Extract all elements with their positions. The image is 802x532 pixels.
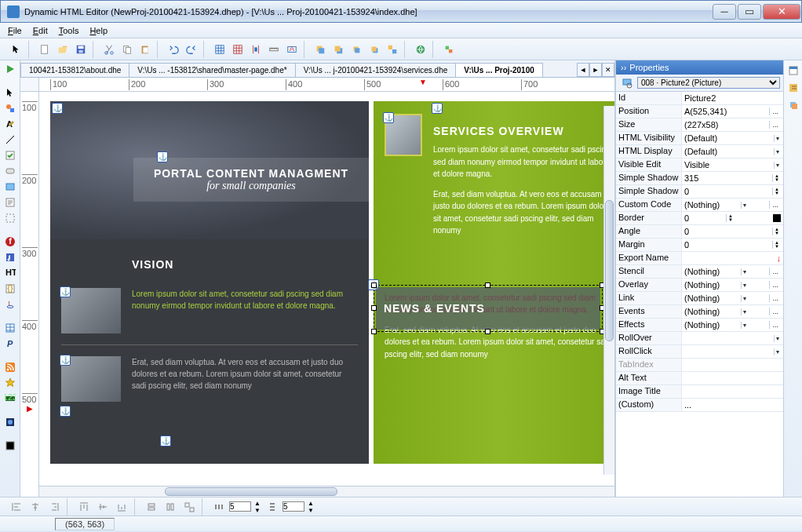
property-row[interactable]: Margin0▲▼	[616, 239, 783, 252]
extras-icon[interactable]	[440, 41, 458, 58]
tab-about[interactable]: 100421-153812\about.dhe	[20, 63, 129, 77]
html-icon[interactable]: HTML	[2, 266, 18, 280]
aspect-icon[interactable]: A	[283, 41, 301, 58]
form-icon[interactable]	[2, 195, 18, 210]
ellipsis-button[interactable]: ...	[769, 281, 781, 289]
property-row[interactable]: Simple Shadow315▲▼	[616, 172, 783, 185]
spinner-icon[interactable]: ▲▼	[772, 241, 781, 249]
hero-image[interactable]: ⚓ ⚓ PORTAL CONTENT MANAGMENT for small c…	[50, 101, 369, 239]
property-value[interactable]: 315▲▼	[682, 172, 783, 184]
property-value[interactable]: 0▲▼	[682, 185, 783, 198]
property-value[interactable]: (Default)▾	[682, 145, 783, 158]
rail-site-icon[interactable]	[786, 81, 801, 95]
ruler-v-marker[interactable]: ▶	[27, 404, 33, 413]
layer-bwd-icon[interactable]	[366, 41, 383, 58]
dropdown-icon[interactable]: ▾	[774, 335, 781, 342]
rail-panel-icon[interactable]	[786, 64, 801, 78]
rulers-icon[interactable]	[265, 41, 283, 58]
vscroll-thumb[interactable]	[605, 200, 614, 341]
new-icon[interactable]	[36, 41, 53, 58]
minimize-button[interactable]: ─	[713, 4, 736, 20]
services-thumb[interactable]: ⚓	[385, 114, 422, 156]
color-swatch[interactable]	[773, 214, 781, 222]
grid-icon[interactable]	[211, 41, 228, 58]
arrow-tool-icon[interactable]	[8, 41, 25, 58]
dropdown-icon[interactable]: ▾	[741, 282, 748, 289]
tab-services[interactable]: V:\Us ... j-20100421-153924\services.dhe	[295, 63, 457, 77]
property-value[interactable]: 0▲▼	[682, 225, 783, 238]
ruler-vertical[interactable]: ▶ 100200300400500	[20, 92, 39, 497]
dropdown-icon[interactable]: ▾	[774, 348, 781, 355]
tab-master[interactable]: V:\Us ... -153812\shared\master-page.dhe…	[129, 63, 295, 77]
menu-tools[interactable]: Tools	[59, 26, 79, 35]
text-icon[interactable]: A	[2, 117, 18, 131]
spin-icon[interactable]: ▲▼	[306, 500, 315, 514]
align-middle-icon[interactable]	[94, 498, 111, 516]
spacing-h-input[interactable]	[229, 501, 251, 512]
property-value[interactable]	[682, 359, 783, 371]
shapes-icon[interactable]	[2, 101, 18, 115]
selected-picture2[interactable]: ⚓ NEWS & EVENTS	[374, 285, 603, 332]
distribute-v-icon[interactable]	[264, 498, 281, 516]
object-icon[interactable]	[2, 415, 18, 429]
menu-help[interactable]: Help	[89, 26, 108, 35]
ellipsis-button[interactable]: ...	[769, 308, 781, 315]
dropdown-icon[interactable]: ▾	[741, 308, 748, 315]
paste-icon[interactable]	[137, 41, 154, 58]
resize-handle-s[interactable]	[485, 329, 490, 334]
tab-close-icon[interactable]: ✕	[602, 63, 614, 77]
property-row[interactable]: (Custom)...	[616, 399, 783, 412]
property-row[interactable]: Angle0▲▼	[616, 225, 783, 239]
hscroll-thumb[interactable]	[165, 487, 337, 496]
rail-layers-icon[interactable]	[786, 98, 801, 112]
property-row[interactable]: RollOver▾	[616, 332, 783, 345]
canvas-hscroll[interactable]	[39, 486, 614, 497]
ellipsis-button[interactable]: ...	[769, 268, 781, 275]
property-row[interactable]: Size(227x58)...	[616, 118, 783, 132]
dropdown-icon[interactable]: ▾	[774, 135, 781, 142]
property-value[interactable]: 0▲▼	[682, 239, 783, 251]
script-icon[interactable]: {}	[2, 282, 18, 296]
property-value[interactable]: ...	[682, 399, 783, 411]
guides-icon[interactable]	[247, 41, 264, 58]
dropdown-icon[interactable]: ▾	[774, 148, 781, 155]
same-size-icon[interactable]	[180, 498, 198, 516]
star-icon[interactable]	[2, 376, 18, 390]
java-icon[interactable]	[2, 297, 18, 312]
ellipsis-button[interactable]: ...	[769, 294, 781, 302]
property-value[interactable]: (Nothing)▾...	[682, 265, 783, 278]
property-row[interactable]: RollClick▾	[616, 345, 783, 359]
property-row[interactable]: Border0▲▼	[616, 212, 783, 225]
rectangle-icon[interactable]	[2, 180, 18, 194]
ellipsis-button[interactable]: ...	[769, 121, 781, 129]
property-row[interactable]: Alt Text	[616, 372, 783, 385]
property-value[interactable]: ↓	[682, 252, 783, 264]
layer-front-icon[interactable]	[312, 41, 329, 58]
property-row[interactable]: Custom Code(Nothing)▾...	[616, 199, 783, 212]
property-row[interactable]: Link(Nothing)▾...	[616, 292, 783, 305]
property-value[interactable]: Picture2	[682, 92, 783, 104]
property-row[interactable]: HTML Display(Default)▾	[616, 145, 783, 159]
menu-edit[interactable]: Edit	[33, 26, 48, 35]
layer-group-icon[interactable]	[384, 41, 401, 58]
undo-icon[interactable]	[165, 41, 182, 58]
ruler-horizontal[interactable]: ▼ 100200300400500600700	[39, 78, 614, 92]
layer-back-icon[interactable]	[330, 41, 347, 58]
same-width-icon[interactable]	[143, 498, 160, 516]
counter-icon[interactable]: 123	[2, 392, 18, 406]
dropdown-icon[interactable]: ▾	[741, 268, 748, 275]
property-row[interactable]: Events(Nothing)▾...	[616, 305, 783, 319]
tab-next-icon[interactable]: ►	[589, 63, 602, 77]
property-value[interactable]: (Nothing)▾...	[682, 319, 783, 331]
checkbox-icon[interactable]	[2, 148, 18, 162]
align-center-icon[interactable]	[27, 498, 44, 516]
align-bottom-icon[interactable]	[113, 498, 130, 516]
align-top-icon[interactable]	[75, 498, 93, 516]
button-icon[interactable]	[2, 164, 18, 178]
vision-thumb-2[interactable]: ⚓	[61, 356, 121, 402]
property-value[interactable]: (Nothing)▾...	[682, 279, 783, 291]
property-value[interactable]: Visible▾	[682, 159, 783, 171]
resize-handle-nw[interactable]	[371, 282, 377, 288]
copy-icon[interactable]	[118, 41, 136, 58]
resize-handle-w[interactable]	[371, 305, 377, 311]
